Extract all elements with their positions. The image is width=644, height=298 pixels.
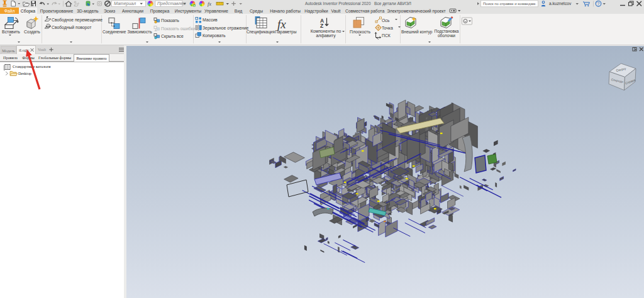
svg-text:Z: Z <box>320 23 323 29</box>
svg-text:a.kuznetcov: a.kuznetcov <box>549 1 572 6</box>
svg-text:?: ? <box>597 1 600 6</box>
svg-text:fx: fx <box>277 18 286 31</box>
svg-text:Autodesk Inventor Professional: Autodesk Inventor Professional 2020 <box>305 1 371 6</box>
svg-text:Материал: Материал <box>114 1 136 6</box>
svg-text:Все детали АВИЭЛ: Все детали АВИЭЛ <box>374 1 411 6</box>
svg-text:Представлен: Представлен <box>157 1 186 6</box>
svg-text:fx: fx <box>208 1 211 7</box>
svg-text:Поиск по справке и командам.: Поиск по справке и командам. <box>483 2 536 6</box>
